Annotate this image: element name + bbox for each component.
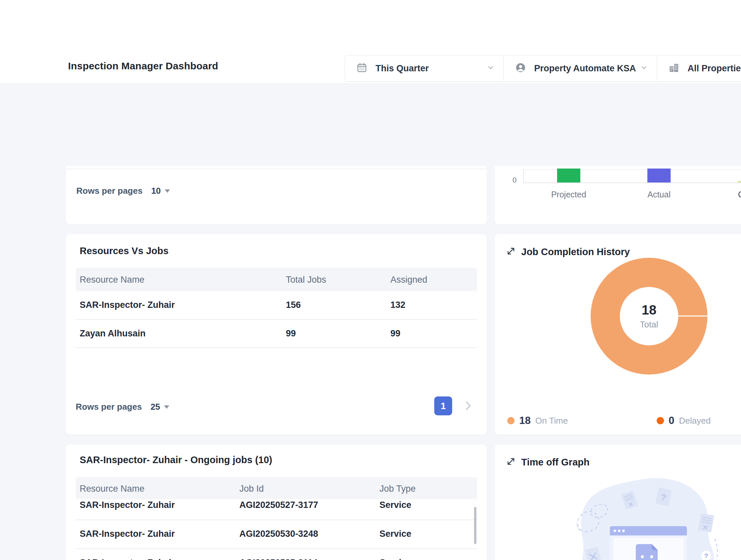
cell-total-jobs: 156 (286, 300, 301, 310)
row-divider (76, 319, 477, 320)
filter-toolbar: This Quarter Property Automate KSA (345, 55, 741, 82)
next-page-chevron[interactable] (462, 399, 475, 412)
calendar-icon (356, 62, 367, 75)
chart-gridline (523, 169, 741, 170)
cell-job-type: Service (380, 529, 411, 539)
caret-down-icon (164, 405, 169, 409)
card-title: Job Completion History (521, 246, 630, 257)
y-axis-tick-zero: 0 (504, 176, 517, 184)
col-resource-name: Resource Name (80, 275, 144, 285)
table-scrollbar-thumb[interactable] (474, 507, 476, 544)
period-filter-dropdown[interactable]: This Quarter (345, 56, 503, 81)
page-number-button[interactable]: 1 (434, 396, 452, 415)
no-data-illustration: ? (559, 474, 725, 560)
card-title: SAR-Inspector- Zuhair - Ongoing jobs (10… (80, 455, 272, 466)
on-time-dot-icon (507, 417, 515, 424)
cell-job-id: AGI20250525-3114 (240, 558, 318, 560)
donut-total-label: Total (640, 319, 658, 330)
bar-label-projected: Projected (542, 190, 595, 199)
ongoing-jobs-card: SAR-Inspector- Zuhair - Ongoing jobs (10… (66, 445, 487, 560)
cell-resource-name: SAR-Inspector- Zuhair (80, 529, 175, 539)
row-divider (76, 347, 477, 348)
delayed-label: Delayed (679, 416, 711, 426)
col-job-type: Job Type (380, 484, 416, 494)
col-resource-name: Resource Name (80, 484, 144, 494)
svg-text:?: ? (704, 552, 708, 559)
rows-per-page-control[interactable]: Rows per pages 10 (76, 186, 170, 196)
time-off-graph-card: Time off Graph ? (495, 445, 741, 560)
col-total-jobs: Total Jobs (286, 275, 326, 285)
cell-job-type: Service (380, 558, 411, 560)
chevron-down-icon (487, 64, 495, 73)
properties-filter-value: All Properties (687, 63, 741, 74)
bar-actual (648, 168, 671, 182)
caret-down-icon (165, 189, 170, 193)
rows-per-page-value: 25 (150, 402, 160, 412)
bar-projected (557, 168, 580, 182)
delayed-dot-icon (657, 417, 664, 424)
row-divider (76, 548, 477, 549)
row-divider (76, 519, 477, 520)
jobs-summary-card-partial: Rows per pages 10 (66, 166, 487, 224)
properties-filter-dropdown[interactable]: All Properties (657, 56, 741, 81)
page-title: Inspection Manager Dashboard (68, 60, 218, 72)
rows-per-page-value: 10 (151, 186, 161, 196)
col-job-id: Job Id (240, 484, 264, 494)
card-title: Resources Vs Jobs (80, 245, 169, 256)
on-time-label: On Time (535, 416, 568, 426)
rows-per-page-control[interactable]: Rows per pages 25 (76, 402, 169, 412)
cell-resource-name: SAR-Inspector- Zuhair (80, 300, 175, 310)
cell-assigned: 132 (390, 300, 405, 310)
card-title: Time off Graph (521, 457, 590, 468)
period-filter-value: This Quarter (376, 63, 429, 74)
cell-resource-name: Zayan Alhusain (80, 328, 146, 339)
on-time-value: 18 (519, 415, 531, 427)
donut-total-value: 18 (642, 303, 657, 317)
donut-center: 18 Total (620, 287, 678, 345)
cell-resource-name: SAR-Inspector- Zuhair (80, 558, 175, 560)
expand-icon[interactable] (506, 457, 516, 467)
organization-filter-value: Property Automate KSA (534, 63, 636, 74)
bar-clipped (738, 181, 741, 182)
cell-job-type: Service (380, 500, 411, 510)
donut-slice-divider (678, 316, 708, 317)
projected-vs-actual-chart-card-partial: 0 Projected Actual C (495, 166, 741, 224)
cell-job-id: AGI20250527-3177 (240, 500, 318, 510)
header: Inspection Manager Dashboard This Quarte… (0, 0, 741, 83)
cell-resource-name: SAR-Inspector- Zuhair (80, 500, 175, 510)
completion-donut-chart: 18 Total (591, 258, 708, 375)
user-icon (515, 62, 526, 75)
expand-icon[interactable] (506, 246, 516, 256)
cell-assigned: 99 (390, 328, 400, 339)
cell-job-id: AGI20250530-3248 (240, 529, 318, 539)
resources-vs-jobs-card: Resources Vs Jobs Resource Name Total Jo… (66, 234, 487, 434)
rows-per-page-label: Rows per pages (76, 186, 142, 196)
organization-filter-dropdown[interactable]: Property Automate KSA (503, 56, 657, 81)
buildings-icon (668, 62, 680, 75)
chevron-down-icon (640, 64, 648, 73)
job-completion-history-card: Job Completion History 18 Total 18 On Ti… (495, 234, 741, 434)
chart-y-axis (523, 169, 524, 183)
divider (66, 168, 487, 169)
dashboard-content: Rows per pages 10 0 Projected Actual C R… (0, 83, 741, 560)
bar-label-actual: Actual (632, 190, 685, 199)
delayed-value: 0 (669, 415, 674, 427)
rows-per-page-label: Rows per pages (76, 402, 142, 412)
chart-x-axis (523, 182, 741, 183)
legend-item-on-time: 18 On Time (507, 415, 568, 427)
bar-label-clipped: C (738, 190, 741, 199)
cell-total-jobs: 99 (286, 328, 296, 339)
legend-item-delayed: 0 Delayed (657, 415, 711, 427)
col-assigned: Assigned (390, 275, 427, 285)
